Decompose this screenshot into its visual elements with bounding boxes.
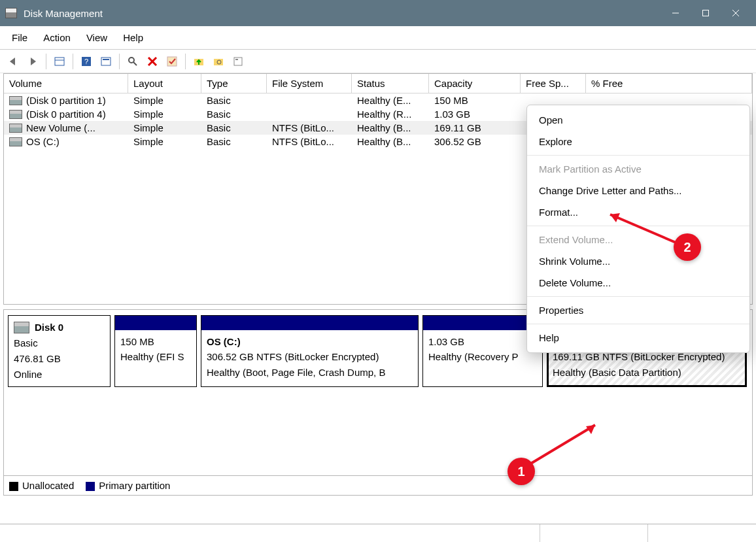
partition-stripe bbox=[115, 316, 196, 330]
cell-volume: OS (C:) bbox=[26, 136, 60, 147]
delete-icon[interactable] bbox=[143, 52, 162, 71]
menu-action[interactable]: Action bbox=[35, 28, 78, 47]
cell-cap: 306.52 GB bbox=[429, 135, 521, 148]
partition[interactable]: OS (C:) 306.52 GB NTFS (BitLocker Encryp… bbox=[201, 315, 419, 387]
cell-volume: (Disk 0 partition 4) bbox=[26, 109, 106, 120]
partition-size: 306.52 GB NTFS (BitLocker Encrypted) bbox=[207, 349, 413, 364]
properties-icon[interactable] bbox=[229, 52, 247, 71]
actions-icon[interactable] bbox=[97, 52, 115, 71]
partition-title: OS (C:) bbox=[207, 334, 413, 349]
partition-size: 150 MB bbox=[120, 334, 191, 349]
ctx-delete[interactable]: Delete Volume... bbox=[527, 272, 749, 294]
cell-status: Healthy (B... bbox=[352, 121, 429, 135]
ctx-explore[interactable]: Explore bbox=[527, 131, 749, 152]
annotation-badge-2: 2 bbox=[674, 233, 701, 261]
legend-swatch-primary bbox=[86, 482, 95, 491]
cell-type: Basic bbox=[201, 135, 267, 148]
svg-point-10 bbox=[129, 58, 134, 63]
cell-status: Healthy (B... bbox=[352, 135, 429, 148]
svg-line-11 bbox=[133, 62, 137, 65]
ctx-separator bbox=[527, 226, 749, 226]
col-volume[interactable]: Volume bbox=[4, 74, 128, 93]
drive-icon bbox=[9, 96, 22, 105]
col-status[interactable]: Status bbox=[352, 74, 429, 93]
col-pctfree[interactable]: % Free bbox=[586, 74, 752, 93]
ctx-change-letter[interactable]: Change Drive Letter and Paths... bbox=[527, 180, 749, 201]
up-folder-icon[interactable] bbox=[190, 52, 208, 71]
menu-bar: File Action View Help bbox=[0, 26, 756, 50]
cell-fs: NTFS (BitLo... bbox=[267, 121, 352, 135]
ctx-properties[interactable]: Properties bbox=[527, 299, 749, 321]
ctx-format[interactable]: Format... bbox=[527, 201, 749, 223]
partition-status: Healthy (Boot, Page File, Crash Dump, B bbox=[207, 365, 413, 380]
show-hide-icon[interactable] bbox=[50, 52, 69, 71]
forward-icon[interactable] bbox=[24, 52, 42, 71]
col-type[interactable]: Type bbox=[201, 74, 267, 93]
app-icon bbox=[5, 8, 17, 18]
col-capacity[interactable]: Capacity bbox=[429, 74, 521, 93]
svg-text:?: ? bbox=[84, 58, 88, 65]
menu-help[interactable]: Help bbox=[115, 28, 151, 47]
maximize-button[interactable] bbox=[691, 0, 721, 26]
col-layout[interactable]: Layout bbox=[128, 74, 201, 93]
ctx-separator bbox=[527, 324, 749, 324]
close-button[interactable] bbox=[721, 0, 751, 26]
cell-type: Basic bbox=[201, 107, 267, 121]
legend-primary: Primary partition bbox=[99, 480, 170, 491]
legend-swatch-unallocated bbox=[9, 482, 18, 491]
ctx-help[interactable]: Help bbox=[527, 327, 749, 348]
rescan-icon[interactable] bbox=[124, 52, 142, 71]
volume-list-header: Volume Layout Type File System Status Ca… bbox=[4, 74, 752, 93]
menu-view[interactable]: View bbox=[78, 28, 115, 47]
minimize-button[interactable] bbox=[661, 0, 691, 26]
toolbar-separator bbox=[119, 54, 120, 69]
toolbar-separator bbox=[73, 54, 73, 69]
cell-status: Healthy (R... bbox=[352, 107, 429, 121]
disk-info[interactable]: Disk 0 Basic 476.81 GB Online bbox=[8, 315, 111, 387]
partition-status: Healthy (Basic Data Partition) bbox=[553, 365, 741, 380]
drive-icon bbox=[9, 110, 22, 119]
cell-cap: 169.11 GB bbox=[429, 121, 521, 135]
svg-rect-18 bbox=[234, 58, 242, 65]
partition[interactable]: 1.03 GB Healthy (Recovery P bbox=[422, 315, 543, 387]
cell-cap: 150 MB bbox=[429, 93, 521, 107]
annotation-badge-1: 1 bbox=[507, 458, 535, 485]
svg-rect-9 bbox=[103, 59, 109, 60]
ctx-mark-active: Mark Partition as Active bbox=[527, 158, 749, 180]
drive-icon bbox=[9, 137, 22, 146]
menu-file[interactable]: File bbox=[4, 28, 35, 47]
ctx-open[interactable]: Open bbox=[527, 109, 749, 131]
cell-type: Basic bbox=[201, 93, 267, 107]
help-icon[interactable]: ? bbox=[77, 52, 95, 71]
partition[interactable]: 150 MB Healthy (EFI S bbox=[114, 315, 197, 387]
cell-fs: NTFS (BitLo... bbox=[267, 135, 352, 148]
svg-rect-4 bbox=[55, 58, 64, 65]
cell-fs bbox=[267, 107, 352, 121]
partition-stripe bbox=[201, 316, 418, 330]
disk-state: Online bbox=[14, 367, 105, 382]
svg-rect-16 bbox=[214, 59, 223, 65]
window-title: Disk Management bbox=[24, 8, 661, 19]
ctx-separator bbox=[527, 296, 749, 297]
toolbar: ? bbox=[0, 50, 756, 73]
legend-unallocated: Unallocated bbox=[22, 480, 74, 491]
check-icon[interactable] bbox=[163, 52, 181, 71]
ctx-shrink[interactable]: Shrink Volume... bbox=[527, 250, 749, 272]
find-folder-icon[interactable] bbox=[209, 52, 228, 71]
toolbar-separator bbox=[46, 54, 46, 69]
cell-cap: 1.03 GB bbox=[429, 107, 521, 121]
back-icon[interactable] bbox=[4, 52, 22, 71]
cell-volume: New Volume (... bbox=[26, 122, 95, 133]
col-free[interactable]: Free Sp... bbox=[521, 74, 586, 93]
svg-rect-8 bbox=[101, 58, 111, 65]
cell-layout: Simple bbox=[128, 121, 201, 135]
cell-layout: Simple bbox=[128, 107, 201, 121]
svg-rect-19 bbox=[235, 59, 238, 60]
cell-volume: (Disk 0 partition 1) bbox=[26, 95, 106, 106]
cell-status: Healthy (E... bbox=[352, 93, 429, 107]
disk-name: Disk 0 bbox=[14, 320, 105, 335]
disk-size: 476.81 GB bbox=[14, 351, 105, 367]
ctx-separator bbox=[527, 155, 749, 156]
col-filesys[interactable]: File System bbox=[267, 74, 352, 93]
partition-size: 1.03 GB bbox=[428, 334, 537, 349]
